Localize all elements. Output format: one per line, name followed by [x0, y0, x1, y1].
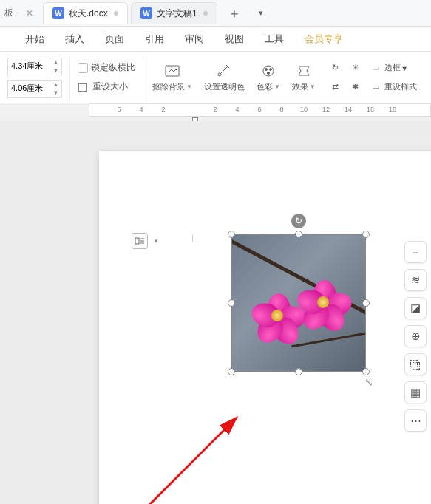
lock-aspect-checkbox[interactable]: 锁定纵横比	[78, 58, 135, 78]
modified-dot-icon	[203, 11, 208, 16]
svg-point-3	[265, 69, 267, 71]
menu-member[interactable]: 会员专享	[294, 27, 353, 52]
word-doc-icon: W	[140, 7, 152, 19]
menu-page[interactable]: 页面	[95, 27, 135, 52]
rotate-icon: ↻	[329, 62, 342, 74]
chevron-down-icon: ▼	[401, 64, 409, 72]
menu-view[interactable]: 视图	[214, 27, 254, 52]
resize-handle-l[interactable]	[228, 299, 235, 307]
height-input[interactable]	[7, 58, 50, 75]
resize-handle-bl[interactable]	[228, 368, 235, 375]
adjust-button[interactable]: ≋	[404, 269, 427, 291]
chevron-down-icon: ▼	[274, 84, 280, 90]
ruler-area: 6 4 2 2 4 6 8 10 12 14 16 18	[0, 103, 431, 120]
contrast-button[interactable]: ✱	[349, 79, 364, 95]
paragraph-mark-icon	[192, 235, 198, 242]
lock-aspect-label: 锁定纵横比	[91, 61, 135, 74]
flip-button[interactable]: ⇄	[329, 79, 345, 95]
tab-bar: 板 × W 秋天.docx W 文字文稿1 ＋ ▾	[0, 0, 431, 27]
brightness-icon: ☀	[349, 62, 362, 74]
chevron-down-icon: ▼	[310, 84, 316, 90]
effect-button[interactable]: 效果▼	[286, 59, 322, 95]
spin-up-icon[interactable]: ▲	[50, 81, 61, 89]
width-spinner[interactable]: ▲▼	[7, 79, 62, 98]
svg-point-4	[269, 69, 271, 71]
reset-style-button[interactable]: ▭重设样式	[369, 79, 417, 95]
tab-document-1[interactable]: W 秋天.docx	[43, 2, 128, 24]
modified-dot-icon	[114, 11, 118, 16]
resize-handle-r[interactable]	[362, 299, 370, 307]
wrap-options: ▾	[132, 233, 161, 249]
contrast-icon: ✱	[349, 81, 362, 93]
new-tab-button[interactable]: ＋	[223, 2, 245, 24]
flip-icon: ⇄	[329, 81, 342, 93]
image-quick-tools: − ≋ ◪ ⊕ ⿻ ▦ ⋯	[404, 241, 427, 432]
resize-handle-tr[interactable]	[362, 231, 370, 238]
color-button[interactable]: 色彩▼	[251, 59, 286, 95]
size-group: ▲▼ ▲▼	[0, 55, 70, 100]
image-tools-group: 抠除背景▼ 设置透明色 色彩▼ 效果▼	[143, 59, 325, 95]
reset-size-label: 重设大小	[92, 81, 128, 93]
lock-reset-group: 锁定纵横比 重设大小	[70, 55, 143, 100]
tab-label: 秋天.docx	[69, 7, 108, 20]
rotate-button[interactable]: ↻	[329, 60, 345, 76]
spin-down-icon[interactable]: ▼	[50, 89, 61, 97]
checkbox-icon	[78, 63, 88, 73]
document-viewport	[0, 121, 431, 504]
border-button[interactable]: ▭边框▼	[369, 60, 409, 76]
selection-border	[231, 234, 366, 372]
crop-button[interactable]: ◪	[404, 297, 427, 319]
resize-handle-tl[interactable]	[228, 231, 235, 238]
transparent-color-icon	[215, 62, 233, 80]
menu-reference[interactable]: 引用	[135, 27, 174, 52]
reset-style-icon: ▭	[369, 81, 382, 93]
brightness-button[interactable]: ☀	[349, 60, 364, 76]
replace-image-button[interactable]: ▦	[404, 381, 427, 403]
text-wrap-button[interactable]	[132, 233, 148, 249]
resize-cursor-icon: ⤡	[364, 376, 373, 388]
svg-point-5	[267, 72, 269, 75]
reset-size-icon	[78, 82, 89, 92]
height-spinner[interactable]: ▲▼	[7, 57, 62, 76]
effect-icon	[295, 62, 313, 80]
chevron-down-icon: ▼	[186, 84, 192, 90]
menu-start[interactable]: 开始	[15, 27, 55, 52]
tab-prefix-label: 板	[0, 7, 18, 19]
menu-tools[interactable]: 工具	[254, 27, 294, 52]
reset-size-button[interactable]: 重设大小	[78, 78, 135, 97]
spin-down-icon[interactable]: ▼	[50, 67, 61, 75]
menu-bar: 开始 插入 页面 引用 审阅 视图 工具 会员专享	[0, 27, 431, 52]
rotate-handle[interactable]	[291, 214, 306, 228]
tab-document-2[interactable]: W 文字文稿1	[131, 2, 217, 24]
spin-up-icon[interactable]: ▲	[50, 58, 61, 67]
collapse-button[interactable]: −	[404, 241, 427, 263]
menu-review[interactable]: 审阅	[174, 27, 214, 52]
ribbon: ▲▼ ▲▼ 锁定纵横比 重设大小 抠除背景▼ 设置透明色 色彩▼	[0, 52, 431, 103]
tab-menu-dropdown[interactable]: ▾	[250, 2, 272, 24]
misc-tools-group: ↻ ☀ ▭边框▼ ⇄ ✱ ▭重设样式	[325, 60, 421, 95]
menu-insert[interactable]: 插入	[55, 27, 95, 52]
remove-background-button[interactable]: 抠除背景▼	[146, 59, 198, 95]
set-transparent-button[interactable]: 设置透明色	[198, 59, 251, 95]
zoom-button[interactable]: ⊕	[404, 325, 427, 347]
selected-image[interactable]: ⤡	[231, 234, 366, 372]
resize-handle-b[interactable]	[295, 368, 302, 375]
word-doc-icon: W	[52, 7, 64, 19]
resize-handle-t[interactable]	[295, 231, 302, 238]
more-options-button[interactable]: ⋯	[404, 409, 427, 432]
svg-rect-6	[135, 238, 139, 244]
resize-handle-br[interactable]	[362, 368, 370, 375]
color-icon	[259, 62, 277, 80]
horizontal-ruler[interactable]: 6 4 2 2 4 6 8 10 12 14 16 18	[89, 103, 431, 117]
close-icon[interactable]: ×	[18, 0, 41, 27]
remove-background-icon	[163, 62, 181, 80]
wrap-dropdown[interactable]: ▾	[151, 233, 161, 249]
width-input[interactable]	[7, 80, 50, 98]
duplicate-button[interactable]: ⿻	[404, 353, 427, 375]
border-icon: ▭	[369, 62, 382, 74]
tab-label: 文字文稿1	[157, 7, 197, 20]
